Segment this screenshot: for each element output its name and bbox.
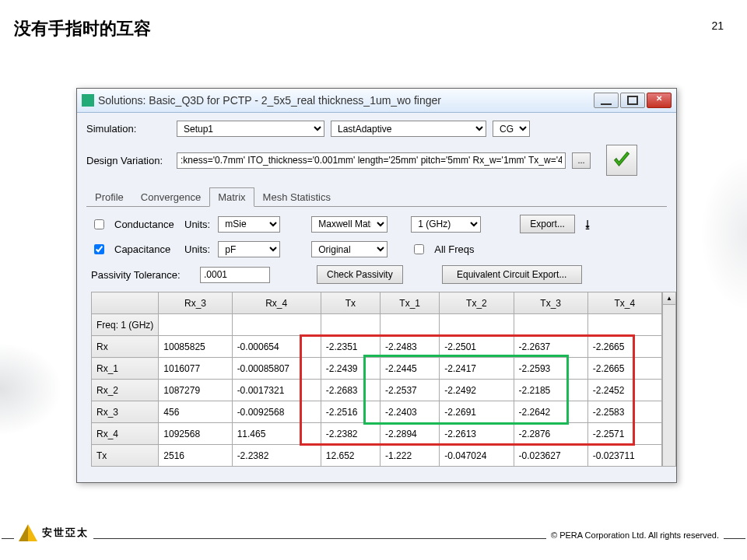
conductance-label: Conductance	[114, 219, 177, 230]
simulation-label: Simulation:	[86, 123, 170, 135]
capacitance-label: Capacitance	[114, 243, 177, 255]
checkmark-icon	[611, 149, 633, 171]
table-header[interactable]: Tx	[321, 292, 380, 314]
table-cell: 2516	[159, 445, 232, 467]
table-row[interactable]: Rx_21087279-0.0017321-2.2683-2.2537-2.24…	[92, 380, 662, 401]
table-cell	[440, 314, 514, 336]
table-cell: Tx	[92, 445, 159, 467]
table-cell: -0.0017321	[232, 380, 321, 401]
original-select[interactable]: Original	[311, 241, 388, 257]
design-variation-label: Design Variation:	[86, 155, 170, 166]
table-cell: 456	[159, 401, 232, 423]
app-icon	[82, 94, 94, 107]
table-scrollbar[interactable]: ▲	[662, 292, 676, 467]
table-row[interactable]: Rx_11016077-0.00085807-2.2439-2.2445-2.2…	[92, 358, 662, 380]
table-header[interactable]: Tx_2	[440, 292, 514, 314]
table-cell: -1.222	[381, 445, 440, 467]
table-cell: -2.2894	[381, 423, 440, 445]
export-button[interactable]: Export...	[520, 215, 575, 233]
matrix-table-container: Rx_3Rx_4TxTx_1Tx_2Tx_3Tx_4Freq: 1 (GHz)R…	[91, 292, 662, 467]
table-cell: -2.2483	[381, 336, 440, 358]
table-cell: -2.2613	[440, 423, 514, 445]
table-cell: 11.465	[232, 423, 321, 445]
table-cell: Rx_4	[92, 423, 159, 445]
table-cell: -0.047024	[440, 445, 514, 467]
tab-mesh[interactable]: Mesh Statistics	[254, 187, 339, 207]
slide-footer: 安世亞太 © PERA Corporation Ltd. All rights …	[0, 523, 747, 560]
table-cell: -2.2382	[321, 423, 380, 445]
tab-profile[interactable]: Profile	[86, 187, 132, 207]
equivalent-circuit-button[interactable]: Equivalent Circuit Export...	[442, 265, 582, 284]
table-cell: -0.00085807	[232, 358, 321, 380]
table-cell: -2.2403	[381, 401, 440, 423]
simulation-select[interactable]: Setup1	[177, 121, 324, 137]
capacitance-units-select[interactable]: pF	[218, 241, 280, 257]
table-cell: -2.2683	[321, 380, 380, 401]
logo: 安世亞太	[14, 524, 93, 541]
all-freqs-checkbox[interactable]	[414, 244, 424, 254]
slide-title: 没有手指时的互容	[14, 17, 151, 40]
table-cell: Rx_2	[92, 380, 159, 401]
browse-button[interactable]: ...	[572, 152, 591, 169]
table-cell: -2.2516	[321, 401, 380, 423]
scroll-up-icon[interactable]: ▲	[663, 292, 675, 305]
table-header[interactable]: Rx_4	[232, 292, 321, 314]
table-row[interactable]: Rx_3456-0.0092568-2.2516-2.2403-2.2691-2…	[92, 401, 662, 423]
maximize-button[interactable]	[620, 93, 645, 108]
logo-triangle-icon	[19, 524, 37, 541]
table-cell: -2.2185	[514, 380, 587, 401]
page-number: 21	[711, 19, 724, 32]
passivity-label: Passivity Tolerance:	[91, 269, 192, 281]
table-cell: -2.2665	[587, 358, 661, 380]
conductance-checkbox[interactable]	[94, 219, 104, 229]
design-variation-input[interactable]	[177, 152, 566, 169]
table-cell: -0.000654	[232, 336, 321, 358]
check-passivity-button[interactable]: Check Passivity	[317, 265, 403, 284]
table-cell: -2.2583	[587, 401, 661, 423]
table-cell: Rx	[92, 336, 159, 358]
capacitance-checkbox[interactable]	[94, 244, 104, 254]
table-header[interactable]	[92, 292, 159, 314]
table-cell: Rx_3	[92, 401, 159, 423]
table-cell: 10085825	[159, 336, 232, 358]
cg-select[interactable]: CG	[493, 121, 530, 137]
table-row[interactable]: Freq: 1 (GHz)	[92, 314, 662, 336]
table-row[interactable]: Tx2516-2.238212.652-1.222-0.047024-0.023…	[92, 445, 662, 467]
table-row[interactable]: Rx10085825-0.000654-2.2351-2.2483-2.2501…	[92, 336, 662, 358]
table-cell: -2.2382	[232, 445, 321, 467]
table-row[interactable]: Rx_4109256811.465-2.2382-2.2894-2.2613-2…	[92, 423, 662, 445]
apply-button[interactable]	[606, 145, 637, 176]
table-header[interactable]: Rx_3	[159, 292, 232, 314]
units-label-2: Units:	[184, 243, 210, 255]
frequency-select[interactable]: 1 (GHz)	[411, 216, 481, 233]
table-header[interactable]: Tx_1	[381, 292, 440, 314]
conductance-units-select[interactable]: mSie	[218, 216, 280, 233]
adaptive-select[interactable]: LastAdaptive	[331, 121, 486, 137]
tab-bar: Profile Convergence Matrix Mesh Statisti…	[86, 187, 667, 207]
minimize-button[interactable]	[594, 93, 619, 108]
tab-matrix[interactable]: Matrix	[209, 187, 254, 207]
table-cell: 1087279	[159, 380, 232, 401]
copyright: © PERA Corporation Ltd. All rights reser…	[546, 530, 724, 540]
table-cell: -2.2642	[514, 401, 587, 423]
table-cell: -2.2501	[440, 336, 514, 358]
table-cell: -2.2445	[381, 358, 440, 380]
table-cell: -2.2691	[440, 401, 514, 423]
table-cell: -0.023711	[587, 445, 661, 467]
all-freqs-label: All Freqs	[434, 243, 474, 255]
matrix-type-select[interactable]: Maxwell Matrix	[311, 216, 388, 233]
close-button[interactable]	[647, 93, 672, 108]
table-cell	[232, 314, 321, 336]
table-cell: 12.652	[321, 445, 380, 467]
table-cell: -2.2637	[514, 336, 587, 358]
table-cell: -2.2593	[514, 358, 587, 380]
download-icon[interactable]: ⭳	[583, 219, 593, 230]
table-cell: -2.2571	[587, 423, 661, 445]
tab-convergence[interactable]: Convergence	[132, 187, 209, 207]
titlebar[interactable]: Solutions: Basic_Q3D for PCTP - 2_5x5_re…	[77, 89, 676, 113]
table-header[interactable]: Tx_3	[514, 292, 587, 314]
passivity-input[interactable]	[200, 267, 270, 283]
table-header[interactable]: Tx_4	[587, 292, 661, 314]
matrix-table[interactable]: Rx_3Rx_4TxTx_1Tx_2Tx_3Tx_4Freq: 1 (GHz)R…	[91, 292, 662, 467]
logo-text: 安世亞太	[42, 526, 89, 540]
